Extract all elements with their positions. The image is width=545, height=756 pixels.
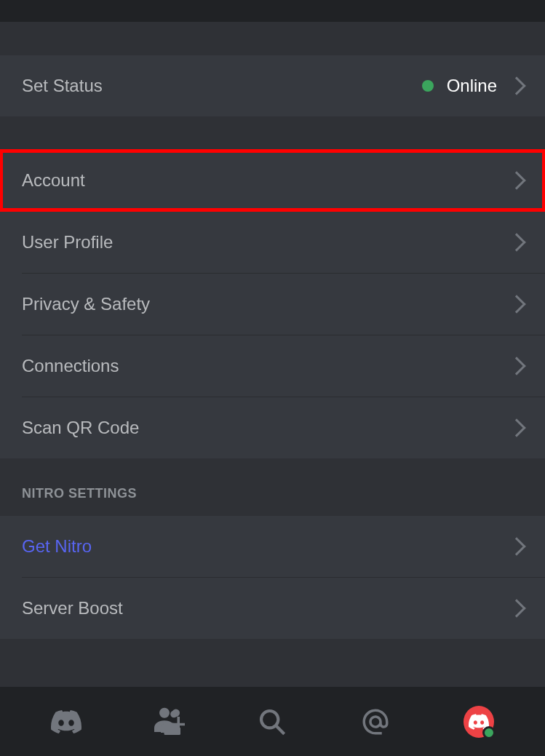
account-item[interactable]: Account	[0, 150, 545, 211]
user-profile-label: User Profile	[22, 232, 113, 252]
nitro-header-text: NITRO SETTINGS	[22, 486, 137, 501]
online-status-dot-icon	[422, 80, 434, 92]
chevron-right-icon	[507, 418, 525, 437]
server-boost-label: Server Boost	[22, 598, 123, 618]
chevron-right-icon	[507, 357, 525, 375]
item-right	[510, 602, 523, 615]
nav-profile-avatar[interactable]	[464, 707, 494, 737]
spacer	[0, 116, 545, 150]
nav-friends-icon[interactable]	[154, 707, 185, 737]
nav-discord-icon[interactable]	[51, 707, 81, 737]
user-profile-item[interactable]: User Profile	[0, 212, 545, 273]
nitro-section-header: NITRO SETTINGS	[0, 458, 545, 516]
status-right: Online	[422, 76, 523, 96]
svg-point-3	[261, 711, 278, 728]
top-bar	[0, 0, 545, 22]
nav-mentions-icon[interactable]	[360, 707, 391, 737]
user-settings-section: Account User Profile Privacy & Safety Co…	[0, 150, 545, 458]
set-status-item[interactable]: Set Status Online	[0, 55, 545, 116]
item-right	[510, 359, 523, 373]
server-boost-item[interactable]: Server Boost	[0, 578, 545, 639]
connections-item[interactable]: Connections	[0, 335, 545, 397]
chevron-right-icon	[507, 295, 525, 313]
nitro-section: Get Nitro Server Boost	[0, 516, 545, 639]
status-section: Set Status Online	[0, 55, 545, 116]
chevron-right-icon	[507, 599, 525, 617]
chevron-right-icon	[507, 233, 525, 251]
avatar-icon	[464, 706, 494, 738]
item-right	[510, 540, 523, 553]
get-nitro-item[interactable]: Get Nitro	[0, 516, 545, 577]
scan-qr-item[interactable]: Scan QR Code	[0, 397, 545, 458]
chevron-right-icon	[507, 537, 525, 555]
item-right	[510, 298, 523, 311]
item-right	[510, 236, 523, 249]
account-label: Account	[22, 170, 85, 191]
nav-search-icon[interactable]	[257, 707, 287, 737]
scan-qr-label: Scan QR Code	[22, 418, 139, 438]
connections-label: Connections	[22, 356, 119, 376]
status-value: Online	[447, 76, 497, 96]
set-status-label: Set Status	[22, 76, 103, 96]
spacer	[0, 22, 545, 55]
item-right	[510, 421, 523, 434]
bottom-nav	[0, 687, 545, 756]
svg-line-4	[276, 725, 285, 734]
get-nitro-label: Get Nitro	[22, 536, 92, 557]
online-status-indicator-icon	[482, 726, 496, 739]
svg-point-1	[170, 710, 178, 717]
item-right	[510, 174, 523, 187]
privacy-safety-item[interactable]: Privacy & Safety	[0, 274, 545, 335]
chevron-right-icon	[507, 171, 525, 189]
chevron-right-icon	[507, 76, 525, 95]
privacy-safety-label: Privacy & Safety	[22, 294, 150, 314]
